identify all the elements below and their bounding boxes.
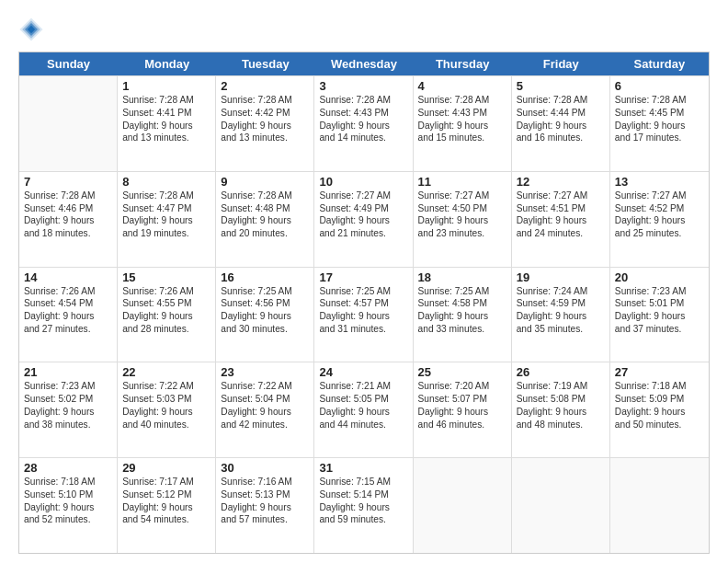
calendar-cell: 11Sunrise: 7:27 AMSunset: 4:50 PMDayligh… (414, 172, 512, 267)
sunrise-text: Sunrise: 7:28 AM (319, 94, 407, 107)
daylight-text-1: Daylight: 9 hours (517, 120, 605, 132)
sunset-text: Sunset: 4:45 PM (615, 107, 704, 120)
daylight-text-1: Daylight: 9 hours (615, 310, 704, 323)
daylight-text-1: Daylight: 9 hours (221, 214, 309, 227)
calendar-cell: 8Sunrise: 7:28 AMSunset: 4:47 PMDaylight… (118, 172, 216, 267)
daylight-text-2: and 18 minutes. (24, 227, 112, 240)
day-number: 15 (122, 270, 210, 284)
day-number: 4 (418, 79, 506, 93)
sunrise-text: Sunrise: 7:27 AM (319, 190, 407, 202)
daylight-text-2: and 30 minutes. (221, 323, 309, 336)
daylight-text-2: and 20 minutes. (221, 227, 309, 240)
sunrise-text: Sunrise: 7:24 AM (517, 285, 605, 298)
daylight-text-2: and 48 minutes. (517, 419, 605, 431)
sunrise-text: Sunrise: 7:28 AM (615, 94, 704, 107)
calendar-cell (19, 76, 118, 171)
sunrise-text: Sunrise: 7:16 AM (221, 476, 309, 488)
daylight-text-1: Daylight: 9 hours (24, 310, 112, 323)
calendar-cell: 24Sunrise: 7:21 AMSunset: 5:05 PMDayligh… (314, 362, 413, 457)
sunset-text: Sunset: 5:14 PM (319, 488, 407, 501)
daylight-text-1: Daylight: 9 hours (319, 310, 407, 323)
day-number: 29 (122, 461, 210, 475)
sunset-text: Sunset: 4:56 PM (221, 297, 309, 310)
sunset-text: Sunset: 4:55 PM (122, 297, 210, 310)
daylight-text-2: and 14 minutes. (319, 132, 407, 144)
day-number: 26 (517, 365, 605, 379)
sunset-text: Sunset: 4:58 PM (418, 297, 506, 310)
daylight-text-1: Daylight: 9 hours (24, 406, 112, 419)
sunset-text: Sunset: 5:10 PM (24, 488, 112, 501)
calendar-cell (610, 458, 709, 553)
daylight-text-1: Daylight: 9 hours (24, 501, 112, 514)
day-number: 13 (615, 175, 704, 189)
sunrise-text: Sunrise: 7:28 AM (24, 190, 112, 202)
daylight-text-2: and 28 minutes. (122, 323, 210, 336)
day-number: 27 (615, 365, 704, 379)
calendar-cell: 10Sunrise: 7:27 AMSunset: 4:49 PMDayligh… (314, 172, 413, 267)
sunset-text: Sunset: 4:54 PM (24, 297, 112, 310)
calendar-cell: 5Sunrise: 7:28 AMSunset: 4:44 PMDaylight… (512, 76, 610, 171)
sunset-text: Sunset: 4:52 PM (615, 202, 704, 215)
sunrise-text: Sunrise: 7:21 AM (319, 380, 407, 393)
daylight-text-1: Daylight: 9 hours (122, 214, 210, 227)
sunset-text: Sunset: 5:02 PM (24, 393, 112, 406)
day-number: 19 (517, 270, 605, 284)
daylight-text-2: and 54 minutes. (122, 513, 210, 526)
calendar-cell: 28Sunrise: 7:18 AMSunset: 5:10 PMDayligh… (19, 458, 118, 553)
daylight-text-1: Daylight: 9 hours (221, 406, 309, 419)
calendar-cell: 21Sunrise: 7:23 AMSunset: 5:02 PMDayligh… (19, 362, 118, 457)
sunrise-text: Sunrise: 7:27 AM (418, 190, 506, 202)
daylight-text-1: Daylight: 9 hours (221, 310, 309, 323)
day-number: 2 (221, 79, 309, 93)
daylight-text-1: Daylight: 9 hours (319, 501, 407, 514)
daylight-text-2: and 42 minutes. (221, 419, 309, 431)
calendar-cell: 23Sunrise: 7:22 AMSunset: 5:04 PMDayligh… (216, 362, 314, 457)
day-number: 3 (319, 79, 407, 93)
day-number: 18 (418, 270, 506, 284)
sunset-text: Sunset: 4:51 PM (517, 202, 605, 215)
header-day-tuesday: Tuesday (216, 52, 314, 75)
sunrise-text: Sunrise: 7:18 AM (615, 380, 704, 393)
daylight-text-2: and 57 minutes. (221, 513, 309, 526)
sunset-text: Sunset: 5:13 PM (221, 488, 309, 501)
sunset-text: Sunset: 5:09 PM (615, 393, 704, 406)
day-number: 7 (24, 175, 112, 189)
sunrise-text: Sunrise: 7:28 AM (221, 94, 309, 107)
day-number: 31 (319, 461, 407, 475)
calendar-cell (512, 458, 610, 553)
header-day-thursday: Thursday (414, 52, 512, 75)
sunset-text: Sunset: 4:42 PM (221, 107, 309, 120)
daylight-text-2: and 17 minutes. (615, 132, 704, 144)
sunrise-text: Sunrise: 7:19 AM (517, 380, 605, 393)
daylight-text-2: and 13 minutes. (122, 132, 210, 144)
day-number: 14 (24, 270, 112, 284)
daylight-text-1: Daylight: 9 hours (418, 310, 506, 323)
sunset-text: Sunset: 4:48 PM (221, 202, 309, 215)
sunset-text: Sunset: 5:01 PM (615, 297, 704, 310)
day-number: 6 (615, 79, 704, 93)
daylight-text-2: and 31 minutes. (319, 323, 407, 336)
daylight-text-1: Daylight: 9 hours (517, 214, 605, 227)
day-number: 17 (319, 270, 407, 284)
calendar-cell: 14Sunrise: 7:26 AMSunset: 4:54 PMDayligh… (19, 268, 118, 362)
sunrise-text: Sunrise: 7:27 AM (615, 190, 704, 202)
sunset-text: Sunset: 4:47 PM (122, 202, 210, 215)
daylight-text-1: Daylight: 9 hours (319, 214, 407, 227)
day-number: 30 (221, 461, 309, 475)
daylight-text-1: Daylight: 9 hours (319, 406, 407, 419)
sunrise-text: Sunrise: 7:15 AM (319, 476, 407, 488)
header (18, 15, 710, 42)
calendar-row-5: 28Sunrise: 7:18 AMSunset: 5:10 PMDayligh… (19, 457, 709, 553)
sunrise-text: Sunrise: 7:27 AM (517, 190, 605, 202)
daylight-text-1: Daylight: 9 hours (24, 214, 112, 227)
calendar: SundayMondayTuesdayWednesdayThursdayFrid… (18, 52, 710, 554)
logo (18, 15, 48, 42)
calendar-row-1: 1Sunrise: 7:28 AMSunset: 4:41 PMDaylight… (19, 75, 709, 171)
sunrise-text: Sunrise: 7:28 AM (221, 190, 309, 202)
calendar-row-3: 14Sunrise: 7:26 AMSunset: 4:54 PMDayligh… (19, 267, 709, 362)
daylight-text-1: Daylight: 9 hours (122, 310, 210, 323)
calendar-cell: 27Sunrise: 7:18 AMSunset: 5:09 PMDayligh… (610, 362, 709, 457)
day-number: 8 (122, 175, 210, 189)
calendar-cell: 3Sunrise: 7:28 AMSunset: 4:43 PMDaylight… (314, 76, 413, 171)
calendar-cell: 6Sunrise: 7:28 AMSunset: 4:45 PMDaylight… (610, 76, 709, 171)
